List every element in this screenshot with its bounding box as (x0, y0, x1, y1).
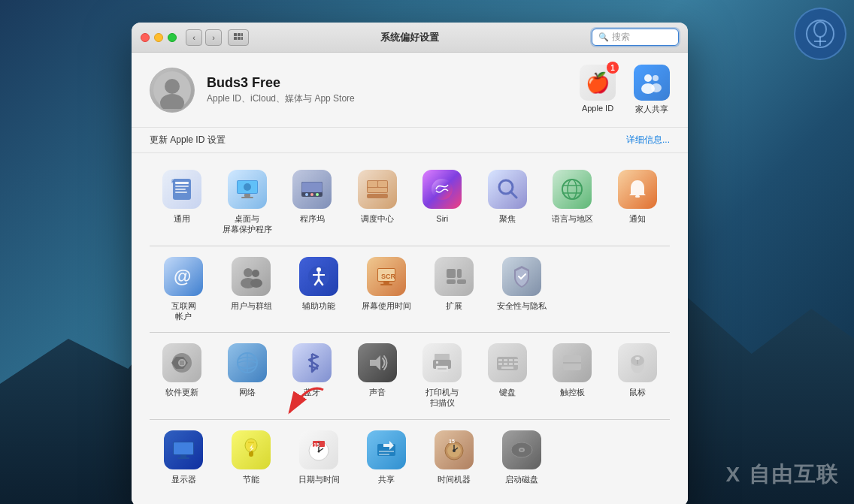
forward-button[interactable]: › (205, 29, 222, 46)
apple-id-icon: 🍎 1 (580, 65, 616, 101)
svg-text:F: F (171, 178, 175, 185)
spotlight-icon (488, 170, 527, 209)
pref-sound[interactable]: 声音 (345, 339, 410, 413)
svg-rect-84 (498, 363, 502, 365)
mouse-label: 鼠标 (629, 387, 646, 397)
pref-timemachine[interactable]: 15 时间机器 (420, 426, 488, 489)
notifications-label: 通知 (629, 213, 646, 224)
pref-extensions[interactable]: 扩展 (420, 252, 488, 327)
pref-trackpad[interactable]: 触控板 (540, 339, 605, 413)
printer-icon (422, 343, 462, 382)
pref-general[interactable]: F 通用 (150, 165, 215, 240)
svg-rect-8 (238, 37, 241, 40)
pref-software[interactable]: 软件更新 (150, 339, 215, 413)
icon-row-1: F 通用 (150, 165, 670, 240)
pref-spotlight[interactable]: 聚焦 (475, 165, 541, 240)
update-text: 更新 Apple ID 设置 (150, 134, 226, 146)
svg-rect-62 (380, 284, 392, 285)
family-sharing-item[interactable]: 家人共享 (634, 65, 670, 115)
display-label: 显示器 (171, 474, 196, 484)
svg-rect-9 (241, 37, 243, 40)
bluetooth-label: 蓝牙 (304, 387, 320, 397)
row-separator-2 (150, 332, 670, 333)
pref-screentime[interactable]: SCR 屏幕使用时间 (353, 252, 420, 327)
icons-area: F 通用 (132, 153, 688, 504)
watermark: X 自由互联 (726, 460, 839, 489)
pref-network[interactable]: 网络 (215, 339, 280, 413)
pref-desktop[interactable]: 桌面与 屏幕保护程序 (215, 165, 280, 240)
svg-point-52 (250, 279, 262, 288)
pref-accessibility[interactable]: 辅助功能 (285, 252, 353, 327)
users-icon (232, 257, 271, 296)
svg-point-115 (453, 449, 456, 452)
language-icon (553, 170, 592, 209)
mouse-icon (618, 343, 657, 382)
internet-label: 互联网 帐户 (171, 300, 196, 322)
svg-point-94 (635, 357, 640, 360)
svg-rect-82 (509, 359, 513, 361)
svg-rect-37 (378, 181, 387, 187)
pref-users[interactable]: 用户与群组 (217, 252, 285, 327)
pref-bluetooth[interactable]: 蓝牙 (280, 339, 345, 413)
startdisk-icon (502, 430, 541, 469)
datetime-icon: 15 (299, 430, 338, 469)
pref-language[interactable]: 语言与地区 (540, 165, 605, 240)
pref-notifications[interactable]: 通知 (605, 165, 671, 240)
svg-point-1 (814, 22, 826, 37)
svg-marker-73 (370, 355, 380, 370)
svg-rect-47 (635, 195, 640, 198)
pref-mission[interactable]: 调度中心 (345, 165, 410, 240)
grid-icon (233, 32, 244, 43)
pref-sharing[interactable]: 共享 (353, 426, 420, 489)
system-preferences-window: ‹ › 系统偏好设置 🔍 搜索 (132, 23, 688, 504)
svg-rect-86 (509, 363, 513, 365)
grid-view-button[interactable] (228, 29, 249, 46)
pref-energy[interactable]: 节能 (217, 426, 285, 489)
apple-id-badge: 1 (607, 62, 619, 74)
svg-rect-77 (438, 368, 447, 370)
close-button[interactable] (141, 33, 150, 42)
pref-security[interactable]: 安全性与隐私 (488, 252, 556, 327)
apple-id-label: Apple ID (582, 104, 613, 113)
titlebar: ‹ › 系统偏好设置 🔍 搜索 (132, 23, 688, 53)
svg-rect-98 (177, 457, 189, 459)
search-input[interactable]: 搜索 (612, 31, 672, 44)
family-icon (634, 65, 670, 101)
datetime-label: 日期与时间 (298, 474, 340, 484)
pref-display[interactable]: 显示器 (150, 426, 217, 489)
pref-siri[interactable]: Siri (410, 165, 475, 240)
pref-mouse[interactable]: 鼠标 (605, 339, 671, 413)
back-button[interactable]: ‹ (186, 29, 202, 46)
row-separator-1 (150, 246, 670, 246)
mission-icon (358, 170, 397, 209)
sound-label: 声音 (369, 387, 386, 397)
row-separator-3 (150, 419, 670, 420)
pref-keyboard[interactable]: 键盘 (475, 339, 541, 413)
pref-dock[interactable]: 程序坞 (280, 165, 345, 240)
svg-rect-96 (174, 442, 193, 454)
svg-point-16 (651, 83, 662, 92)
dock-label: 程序坞 (300, 213, 325, 224)
detail-link[interactable]: 详细信息... (626, 134, 670, 146)
screentime-label: 屏幕使用时间 (362, 300, 411, 311)
svg-rect-67 (457, 279, 466, 284)
svg-point-13 (644, 74, 652, 82)
desktop-icon (228, 170, 267, 209)
svg-rect-4 (234, 33, 237, 36)
security-icon (502, 257, 541, 296)
keyboard-label: 键盘 (499, 387, 516, 397)
pref-printer[interactable]: 打印机与 扫描仪 (410, 339, 475, 413)
apple-id-item[interactable]: 🍎 1 Apple ID (580, 65, 616, 115)
avatar (150, 68, 195, 113)
pref-datetime[interactable]: 15 日期与时间 (285, 426, 353, 489)
maximize-button[interactable] (168, 33, 177, 42)
startdisk-label: 启动磁盘 (505, 474, 538, 484)
pref-startdisk[interactable]: 启动磁盘 (488, 426, 556, 489)
search-box[interactable]: 🔍 搜索 (592, 29, 679, 46)
trackpad-icon (553, 343, 592, 382)
svg-rect-80 (498, 359, 502, 361)
svg-rect-30 (302, 183, 322, 192)
accessibility-label: 辅助功能 (302, 300, 335, 311)
minimize-button[interactable] (154, 33, 163, 42)
pref-internet[interactable]: @ 互联网 帐户 (150, 252, 217, 327)
